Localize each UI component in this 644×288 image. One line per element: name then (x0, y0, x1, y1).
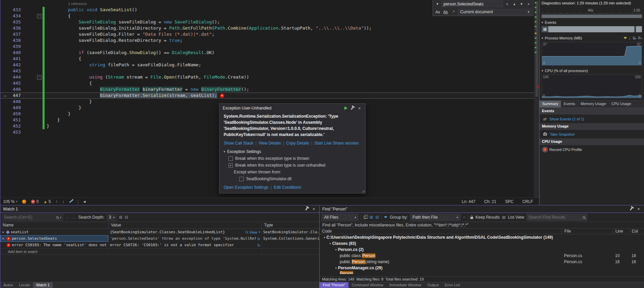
breakpoint-margin[interactable] (0, 50, 9, 56)
find-expand-chevron-icon[interactable]: ▾ (434, 1, 440, 7)
format-document-icon[interactable] (69, 200, 73, 203)
find-match-row[interactable]: public Person(string name)Person.cs1616 (320, 259, 644, 265)
code-text[interactable]: if (saveFileDialog.ShowDialog() == Dialo… (45, 50, 534, 56)
line-number[interactable]: 453 (9, 129, 22, 135)
find-results-search-box[interactable] (527, 214, 587, 221)
timeline-ruler[interactable]: 40s 1:20 (542, 7, 642, 14)
line-number[interactable]: 433 (9, 7, 22, 13)
code-line[interactable]: 436 saveFileDialog.InitialDirectory = Pa… (0, 25, 534, 31)
column-header-name[interactable]: Name (0, 222, 109, 228)
start-live-share-link[interactable]: Start Live Share session (315, 141, 359, 146)
column-header-line[interactable]: Line (613, 228, 629, 234)
tab-cpu-usage[interactable]: CPU Usage (609, 101, 634, 107)
watch-row[interactable]: ▶seatList{SeatBookingSimulator.Classes.S… (0, 229, 319, 235)
code-line[interactable]: 441 { (0, 56, 534, 62)
cpu-section-header[interactable]: ▾ CPU (% of all processors) (542, 68, 642, 74)
expander-icon[interactable]: ▾ (334, 248, 338, 251)
tab-memory-usage[interactable]: Memory Usage (578, 101, 609, 107)
scrollbar-thumb[interactable] (535, 1, 538, 97)
watch-row[interactable]: ×error CS0103: The name 'seatList' does … (0, 242, 319, 248)
continue-play-icon[interactable] (344, 106, 348, 110)
navigate-down-icon[interactable]: ↓ (62, 199, 64, 204)
tab-events[interactable]: Events (561, 101, 578, 107)
watch-search-input[interactable] (4, 215, 55, 220)
column-header-code[interactable]: Code (320, 228, 562, 234)
memory-section-header[interactable]: ▾ Process Memory (MB) ↓ S▾ P▾ (542, 35, 642, 41)
find-match-row[interactable]: public class PersonPerson.cs1018 (320, 253, 644, 259)
watch-name[interactable]: seatList (11, 230, 29, 234)
close-icon[interactable]: × (357, 106, 362, 111)
code-text[interactable]: saveFileDialog.InitialDirectory = Path.G… (45, 25, 534, 31)
editor-scrollbar[interactable] (534, 0, 539, 198)
code-editor[interactable]: 1 reference433 public void SaveSeatList(… (0, 0, 539, 205)
code-line[interactable]: 437 saveFileDialog.Filter = "Data Files … (0, 31, 534, 37)
show-events-action[interactable]: ⇄ Show Events (1 of 1) (540, 115, 644, 123)
watch-name[interactable]: error CS0103: The name 'seatList' does n… (12, 243, 107, 247)
list-view-toggle[interactable]: List View (508, 215, 524, 220)
breakpoint-margin[interactable] (0, 68, 9, 74)
breakpoint-margin[interactable] (0, 80, 9, 86)
expander-icon[interactable]: ▾ (328, 242, 332, 245)
refresh-icon[interactable]: ↻ (257, 236, 260, 241)
view-details-link[interactable]: View Details (259, 141, 281, 146)
line-number[interactable]: 440 (9, 50, 22, 56)
line-number[interactable]: 444 (9, 74, 22, 80)
code-line[interactable]: 445 { (0, 80, 534, 86)
pin-icon[interactable] (305, 207, 308, 210)
line-number[interactable]: 442 (9, 62, 22, 68)
code-line[interactable]: 446 BinaryFormatter binaryFormatter = ne… (0, 86, 534, 92)
breakpoint-margin[interactable] (0, 123, 9, 129)
line-number[interactable]: 449 (9, 105, 22, 111)
code-line[interactable]: →447 binaryFormatter.Serialize(stream, s… (0, 92, 534, 99)
column-header-type[interactable]: Type (262, 222, 319, 228)
breakpoint-margin[interactable] (0, 117, 9, 123)
expand-all-icon[interactable]: ⊞ (370, 215, 373, 220)
chevron-down-icon[interactable]: ▾ (60, 216, 61, 219)
line-number[interactable]: 435 (9, 19, 22, 25)
watch-name[interactable]: person.SelectedSeats (12, 236, 57, 241)
take-snapshot-action[interactable]: Take Snapshot (540, 130, 644, 138)
snapshot-icon[interactable]: S▾ (633, 36, 637, 40)
breakpoint-margin[interactable] (0, 13, 9, 19)
expander-icon[interactable]: ▶ (2, 231, 5, 234)
line-number[interactable]: 437 (9, 31, 22, 37)
find-previous-icon[interactable]: ▴ (511, 1, 517, 7)
column-header-col[interactable]: Col (629, 228, 644, 234)
tab-summary[interactable]: Summary (540, 101, 561, 107)
find-group-row[interactable]: ▾PersonManager.cs (29) (320, 265, 644, 271)
breakpoint-margin[interactable] (0, 19, 9, 25)
line-number[interactable]: 450 (9, 111, 22, 117)
code-line[interactable]: 443 (0, 68, 534, 74)
tab-watch-1[interactable]: Watch 1 (33, 282, 53, 288)
code-text[interactable]: BinaryFormatter binaryFormatter = new Bi… (45, 86, 534, 92)
code-text[interactable]: saveFileDialog.RestoreDirectory = true; (45, 37, 534, 44)
breakpoint-margin[interactable] (0, 25, 9, 31)
code-text[interactable]: { (45, 80, 534, 86)
find-scope-dropdown[interactable]: Current document ▾ (458, 9, 532, 15)
line-indicator[interactable]: Ln: 447 (462, 199, 476, 204)
execution-pointer-icon[interactable]: → (0, 92, 9, 99)
code-viewport[interactable]: 1 reference433 public void SaveSeatList(… (0, 0, 539, 198)
line-number[interactable]: 452 (9, 123, 22, 129)
memory-filter-icon[interactable] (624, 37, 627, 39)
tab-immediate-window[interactable]: Immediate Window (386, 282, 424, 288)
breakpoint-margin[interactable] (0, 7, 9, 13)
events-track[interactable] (542, 26, 642, 32)
profile-icon[interactable]: P▾ (638, 36, 642, 40)
breakpoint-margin[interactable] (0, 105, 9, 111)
code-text[interactable] (45, 44, 534, 50)
show-call-stack-link[interactable]: Show Call Stack (224, 141, 253, 146)
regex-toggle[interactable]: .* (450, 9, 457, 15)
code-line[interactable]: 435 SaveFileDialog saveFileDialog = new … (0, 19, 534, 25)
find-group-row[interactable]: ▾Person.cs (2) (320, 247, 644, 253)
line-number[interactable]: 447 (9, 92, 22, 99)
code-text[interactable] (45, 68, 534, 74)
zoom-control[interactable]: 105 %▾ (3, 199, 17, 204)
copy-results-icon[interactable] (364, 216, 366, 219)
add-item-label[interactable]: Add item to watch (2, 250, 37, 254)
checkbox-checked[interactable] (228, 163, 233, 168)
breakpoint-margin[interactable] (0, 129, 9, 135)
column-header-file[interactable]: File (562, 228, 613, 234)
tab-command-window[interactable]: Command Window (349, 282, 386, 288)
whole-word-toggle[interactable]: Ab (442, 9, 449, 15)
